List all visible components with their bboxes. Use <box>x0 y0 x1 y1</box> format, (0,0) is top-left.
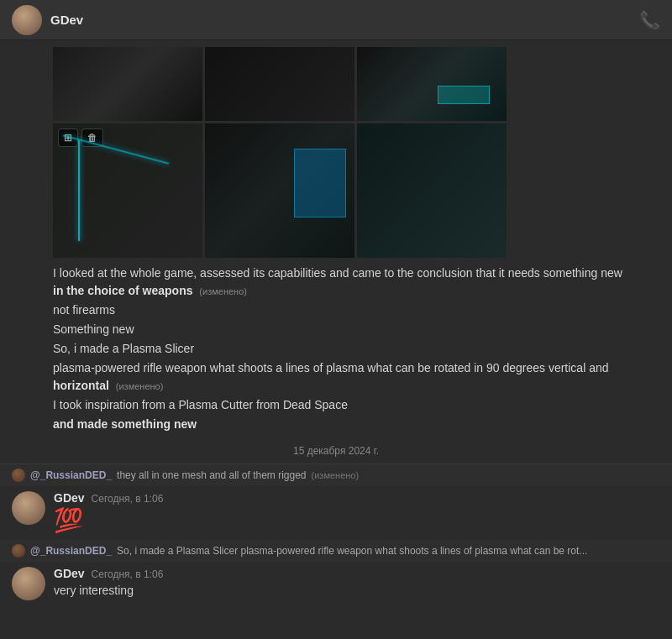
main-message-block: I looked at the whole game, assessed its… <box>0 258 672 438</box>
message-header-2: GDev Сегодня, в 1:06 <box>54 567 660 580</box>
message-content-2: GDev Сегодня, в 1:06 very interesting <box>54 567 660 600</box>
message-line-7: and made something new <box>53 416 660 433</box>
message-body-2: very interesting <box>54 582 660 600</box>
notification-row-1: @_RussianDED_ they all in one mesh and a… <box>0 464 672 486</box>
emoji-100: 💯 <box>54 506 660 535</box>
message-header-1: GDev Сегодня, в 1:06 <box>54 491 660 505</box>
overlay-icons: ⊞ 🗑 <box>58 128 103 147</box>
grid-image-1 <box>53 47 202 121</box>
message-line-6: I took inspiration from a Plasma Cutter … <box>53 396 660 414</box>
chat-title: GDev <box>50 13 83 27</box>
avatar <box>12 5 42 35</box>
header-left: GDev <box>12 5 83 35</box>
notification-row-2: @_RussianDED_ So, i made a Plasma Slicer… <box>0 540 672 562</box>
message-line-4: So, i made a Plasma Slicer <box>53 340 660 358</box>
avatar-gdev-1 <box>12 491 45 525</box>
message-line-2: not firearms <box>53 301 660 319</box>
chat-header: GDev 📞 <box>0 0 672 40</box>
image-grid: ⊞ 🗑 <box>53 47 507 258</box>
message-line-3: Something new <box>53 321 660 338</box>
grid-image-5 <box>205 123 354 258</box>
grid-image-4: ⊞ 🗑 <box>53 123 202 258</box>
grid-image-2 <box>205 47 354 121</box>
notif-avatar-2 <box>12 544 25 558</box>
call-icon[interactable]: 📞 <box>639 10 660 30</box>
message-row-2: GDev Сегодня, в 1:06 very interesting <box>0 562 672 605</box>
grid-image-6 <box>357 123 507 258</box>
date-separator: 15 декабря 2024 г. <box>0 438 672 464</box>
message-body-1: 💯 <box>54 506 660 535</box>
avatar-gdev-2 <box>12 567 45 600</box>
message-content-1: GDev Сегодня, в 1:06 💯 <box>54 491 660 535</box>
message-line-1: I looked at the whole game, assessed its… <box>53 265 660 300</box>
image-grid-container: ⊞ 🗑 <box>0 40 672 258</box>
chat-area: ⊞ 🗑 I looked at the whole game, assessed… <box>0 40 672 639</box>
grid-delete-button[interactable]: 🗑 <box>81 128 103 147</box>
message-row-1: GDev Сегодня, в 1:06 💯 <box>0 486 672 540</box>
grid-expand-button[interactable]: ⊞ <box>58 128 78 147</box>
message-line-5: plasma-powered rifle weapon what shoots … <box>53 359 660 395</box>
grid-image-3 <box>357 47 507 121</box>
notif-avatar-1 <box>12 469 25 482</box>
